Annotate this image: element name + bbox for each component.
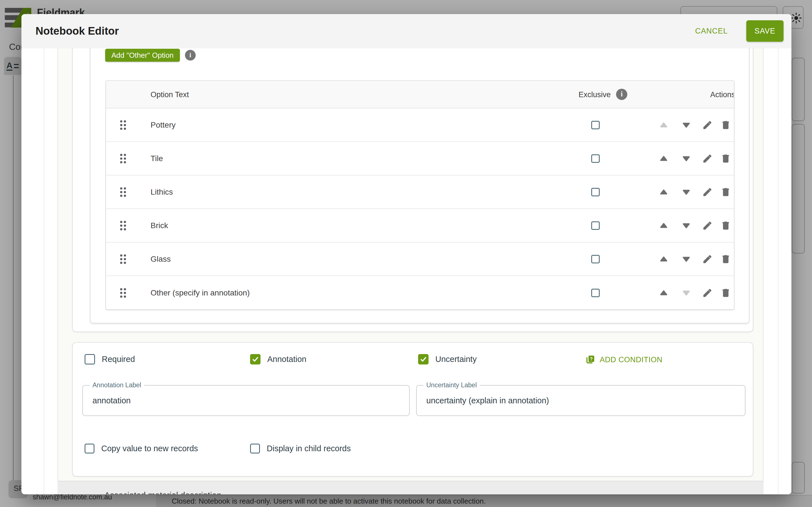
panel-border-right [778, 48, 778, 494]
option-row-brick: Brick [106, 209, 734, 242]
move-up-button[interactable] [658, 253, 670, 265]
modal-header: Notebook Editor CANCEL SAVE [21, 14, 792, 48]
options-table: Option Text Exclusive i Actions Pottery [105, 80, 734, 310]
drag-handle-icon[interactable] [120, 221, 126, 230]
move-down-button[interactable] [680, 186, 693, 198]
option-text: Lithics [151, 175, 173, 209]
annotation-label: Annotation [267, 355, 306, 364]
edit-option-button[interactable] [701, 186, 714, 198]
option-text: Brick [151, 209, 168, 242]
edit-option-button[interactable] [701, 287, 714, 299]
drag-handle-icon[interactable] [120, 187, 126, 197]
option-text: Other (specify in annotation) [151, 276, 250, 309]
move-up-button[interactable] [658, 219, 670, 232]
condition-icon: ? [585, 355, 595, 365]
option-text: Pottery [151, 108, 175, 142]
panel-border-left [44, 48, 44, 494]
uncertainty-label: Uncertainty [435, 355, 477, 364]
option-row-other: Other (specify in annotation) [106, 276, 734, 309]
column-header-actions: Actions [710, 81, 734, 108]
options-card: Add "Other" Option i Option Text Exclusi… [90, 31, 749, 323]
screen: Fieldmark Cor A SR shawn@fieldnote.com.a… [0, 0, 812, 507]
drag-handle-icon[interactable] [120, 255, 126, 264]
exclusive-checkbox[interactable] [591, 154, 600, 163]
options-table-header: Option Text Exclusive i Actions [106, 81, 734, 108]
delete-option-button[interactable] [719, 152, 732, 165]
add-other-option-button[interactable]: Add "Other" Option [105, 49, 180, 62]
annotation-label-field[interactable]: Annotation Label annotation [82, 385, 410, 416]
option-row-lithics: Lithics [106, 175, 734, 209]
move-up-button[interactable] [658, 186, 670, 198]
required-checkbox-row[interactable]: Required [85, 354, 135, 364]
uncertainty-field-value: uncertainty (explain in annotation) [426, 386, 549, 415]
drag-handle-icon[interactable] [120, 154, 126, 163]
uncertainty-label-field[interactable]: Uncertainty Label uncertainty (explain i… [416, 385, 746, 416]
move-down-button[interactable] [680, 219, 693, 232]
cancel-button[interactable]: CANCEL [688, 20, 735, 42]
copy-value-checkbox-row[interactable]: Copy value to new records [85, 444, 198, 453]
edit-option-button[interactable] [701, 119, 714, 131]
required-checkbox[interactable] [85, 354, 95, 364]
option-row-pottery: Pottery [106, 108, 734, 142]
column-header-option-text: Option Text [151, 81, 189, 108]
svg-text:?: ? [590, 356, 593, 361]
move-down-button [680, 287, 693, 299]
exclusive-checkbox[interactable] [591, 121, 600, 129]
copy-value-checkbox[interactable] [85, 444, 94, 453]
display-child-checkbox[interactable] [250, 444, 260, 453]
add-condition-label: ADD CONDITION [600, 355, 663, 364]
move-up-button [658, 119, 670, 131]
move-down-button[interactable] [680, 152, 693, 165]
save-button[interactable]: SAVE [746, 20, 783, 42]
exclusive-checkbox[interactable] [591, 188, 600, 196]
display-child-checkbox-row[interactable]: Display in child records [250, 444, 351, 453]
delete-option-button[interactable] [719, 219, 732, 232]
drag-handle-icon[interactable] [120, 120, 126, 130]
move-up-button[interactable] [658, 287, 670, 299]
add-condition-button[interactable]: ? ADD CONDITION [585, 355, 663, 365]
uncertainty-checkbox-row[interactable]: Uncertainty [418, 354, 477, 364]
modal-title: Notebook Editor [36, 14, 119, 48]
delete-option-button[interactable] [719, 253, 732, 265]
copy-value-label: Copy value to new records [101, 444, 198, 453]
delete-option-button[interactable] [719, 186, 732, 198]
drag-handle-icon[interactable] [120, 288, 126, 298]
edit-option-button[interactable] [701, 219, 714, 232]
annotation-field-value: annotation [93, 386, 131, 415]
display-child-label: Display in child records [267, 444, 351, 453]
delete-option-button[interactable] [719, 119, 732, 131]
option-row-tile: Tile [106, 142, 734, 175]
option-text: Tile [151, 142, 163, 175]
info-icon[interactable]: i [616, 89, 627, 100]
move-down-button[interactable] [680, 253, 693, 265]
edit-option-button[interactable] [701, 152, 714, 165]
notebook-editor-modal: Add "Other" Option i Option Text Exclusi… [21, 14, 792, 494]
column-header-exclusive: Exclusive [578, 81, 611, 108]
required-label: Required [102, 355, 135, 364]
exclusive-checkbox[interactable] [591, 255, 600, 263]
uncertainty-checkbox[interactable] [418, 354, 428, 364]
exclusive-checkbox[interactable] [591, 221, 600, 230]
option-row-glass: Glass [106, 242, 734, 276]
annotation-checkbox-row[interactable]: Annotation [250, 354, 306, 364]
move-down-button[interactable] [680, 119, 693, 131]
option-text: Glass [151, 242, 171, 276]
delete-option-button[interactable] [719, 287, 732, 299]
field-settings-card: Required Annotation Uncertainty ? [72, 342, 753, 476]
next-section-label: Associated material description [104, 490, 221, 494]
edit-option-button[interactable] [701, 253, 714, 265]
info-icon[interactable]: i [185, 50, 196, 61]
exclusive-checkbox[interactable] [591, 289, 600, 297]
move-up-button[interactable] [658, 152, 670, 165]
next-section-header[interactable]: Associated material description [57, 481, 763, 494]
annotation-checkbox[interactable] [250, 354, 260, 364]
